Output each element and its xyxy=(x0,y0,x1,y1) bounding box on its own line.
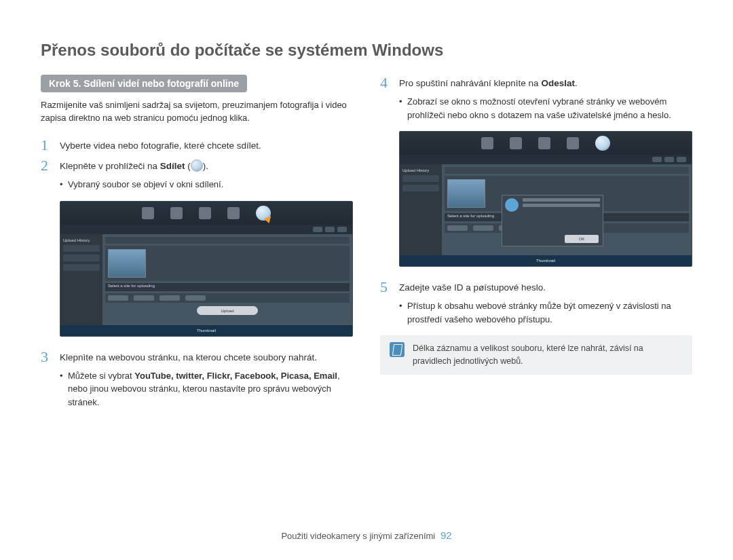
site-twitter xyxy=(134,295,154,301)
toolbar-icon xyxy=(481,137,493,149)
bottombar-label: Thumbnail xyxy=(197,329,216,333)
step-text: Pro spuštìní nahrávání klepnìte na Odesl… xyxy=(399,75,692,91)
date-row xyxy=(105,237,350,244)
app-bottombar: Thumbnail xyxy=(400,255,692,266)
intro-text: Razmijenite vaš snimljeni sadržaj sa svi… xyxy=(41,99,353,125)
step-number: 1 xyxy=(41,137,53,153)
app-bottombar: Thumbnail xyxy=(60,325,352,336)
bullet-pre: Můžete si vybrat xyxy=(68,371,134,381)
bullet-list: YouTube, twitter, Flickr, Facebook, Pica… xyxy=(134,371,337,381)
step-4-bullets: Zobrazí se okno s možností otevření vybr… xyxy=(380,95,692,122)
app-subbar xyxy=(60,225,352,234)
bottombar-label: Thumbnail xyxy=(536,259,555,263)
sidebar-item xyxy=(402,175,439,182)
toolbar-icon xyxy=(199,207,211,219)
toolbar-icon xyxy=(170,207,183,219)
step-text: Vyberte videa nebo fotografie, které chc… xyxy=(60,137,353,153)
step-3-bullets: Můžete si vybrat YouTube, twitter, Flick… xyxy=(41,369,353,409)
step4-bold: Odeslat xyxy=(541,78,575,88)
bullet: Přístup k obsahu webové stránky může být… xyxy=(399,299,692,326)
info-icon xyxy=(505,198,519,212)
cursor-arrow-icon xyxy=(264,214,274,223)
site-row xyxy=(105,293,350,303)
step-number: 5 xyxy=(380,279,392,295)
step-1: 1 Vyberte videa nebo fotografie, které c… xyxy=(41,137,353,153)
sidebar-item xyxy=(63,245,100,252)
select-site-row: Select a site for uploading xyxy=(105,283,350,291)
step4-post: . xyxy=(575,78,578,88)
view-toggle xyxy=(325,227,335,232)
toolbar-icon xyxy=(510,137,522,149)
app-toolbar xyxy=(400,132,692,155)
app-main-panel: Select a site for uploading Upload xyxy=(102,234,352,325)
step-2: 2 Klepněte v prohlížeči na Sdílet (). xyxy=(41,157,353,174)
ok-button: OK xyxy=(565,235,599,243)
app-body: Upload History Select a site for uploadi… xyxy=(60,234,352,325)
site-youtube xyxy=(447,225,468,231)
step-number: 2 xyxy=(41,157,53,174)
site-facebook xyxy=(185,295,206,301)
login-dialog: OK xyxy=(502,195,603,246)
text-line xyxy=(523,204,600,207)
view-toggle xyxy=(677,157,686,162)
share-globe-icon xyxy=(256,206,271,221)
step2-post: ( xyxy=(185,161,191,171)
step-text: Zadejte vaše ID a pøístupové heslo. xyxy=(399,279,692,295)
view-toggle xyxy=(652,157,662,162)
app-sidebar: Upload History xyxy=(400,164,442,255)
toolbar-icon xyxy=(227,207,240,219)
page-number: 92 xyxy=(440,529,452,541)
sidebar-item xyxy=(63,264,100,271)
upload-button: Upload xyxy=(197,306,258,315)
site-twitter xyxy=(473,225,493,231)
bullet: Můžete si vybrat YouTube, twitter, Flick… xyxy=(60,369,353,409)
step-text: Klepněte v prohlížeči na Sdílet (). xyxy=(60,157,353,174)
right-column: 4 Pro spuštìní nahrávání klepnìte na Ode… xyxy=(380,75,692,418)
app-toolbar xyxy=(60,202,352,225)
app-sidebar: Upload History xyxy=(60,234,102,325)
left-column: Krok 5. Sdílení videí nebo fotografií on… xyxy=(41,75,353,418)
step-5-bullets: Přístup k obsahu webové stránky může být… xyxy=(380,299,692,326)
toolbar-icon xyxy=(538,137,550,149)
step-5: 5 Zadejte vaše ID a pøístupové heslo. xyxy=(380,279,692,295)
toolbar-icon xyxy=(142,207,154,219)
thumbnail-row xyxy=(105,246,350,281)
note-box: Délka záznamu a velikost souboru, které … xyxy=(380,335,692,375)
note-icon xyxy=(390,342,405,357)
footer-text: Použiti videokamery s jinými zařízeními xyxy=(281,531,435,541)
page-footer: Použiti videokamery s jinými zařízeními … xyxy=(0,529,733,541)
step2-after: ). xyxy=(203,161,208,171)
sidebar-label: Upload History xyxy=(402,168,439,172)
app-screenshot-share: Upload History Select a site for uploadi… xyxy=(60,201,353,337)
video-thumbnail xyxy=(447,179,485,208)
app-body: Upload History Select a site for uploadi… xyxy=(400,164,692,255)
view-toggle xyxy=(313,227,322,232)
note-text: Délka záznamu a velikost souboru, které … xyxy=(413,342,683,368)
sidebar-label: Upload History xyxy=(63,238,100,242)
video-thumbnail xyxy=(108,249,146,278)
step-banner: Krok 5. Sdílení videí nebo fotografií on… xyxy=(41,75,247,92)
step2-pre: Klepněte v prohlížeči na xyxy=(60,161,160,171)
app-subbar xyxy=(400,155,692,164)
step-number: 4 xyxy=(380,75,392,91)
sidebar-item xyxy=(63,255,100,261)
upload-row: Upload xyxy=(105,305,350,317)
two-column-layout: Krok 5. Sdílení videí nebo fotografií on… xyxy=(41,75,692,418)
step-3: 3 Klepnìte na webovou stránku, na kterou… xyxy=(41,349,353,365)
view-toggle xyxy=(664,157,674,162)
text-line xyxy=(523,198,600,202)
bullet: Zobrazí se okno s možností otevření vybr… xyxy=(399,95,692,122)
site-flickr xyxy=(159,295,180,301)
site-youtube xyxy=(108,295,128,301)
bullet: Vybraný soubor se objeví v okni sdílení. xyxy=(60,178,353,191)
step-2-bullets: Vybraný soubor se objeví v okni sdílení. xyxy=(41,178,353,191)
step-number: 3 xyxy=(41,349,53,365)
sidebar-item xyxy=(402,185,439,191)
page-title: Přenos souborů do počítače se systémem W… xyxy=(41,41,692,60)
toolbar-icon xyxy=(567,137,579,149)
view-toggle xyxy=(337,227,347,232)
step-text: Klepnìte na webovou stránku, na kterou c… xyxy=(60,349,353,365)
share-globe-icon xyxy=(191,160,203,172)
step2-bold: Sdílet xyxy=(160,161,185,171)
app-screenshot-login: Upload History Select a site for uploadi… xyxy=(399,131,692,267)
